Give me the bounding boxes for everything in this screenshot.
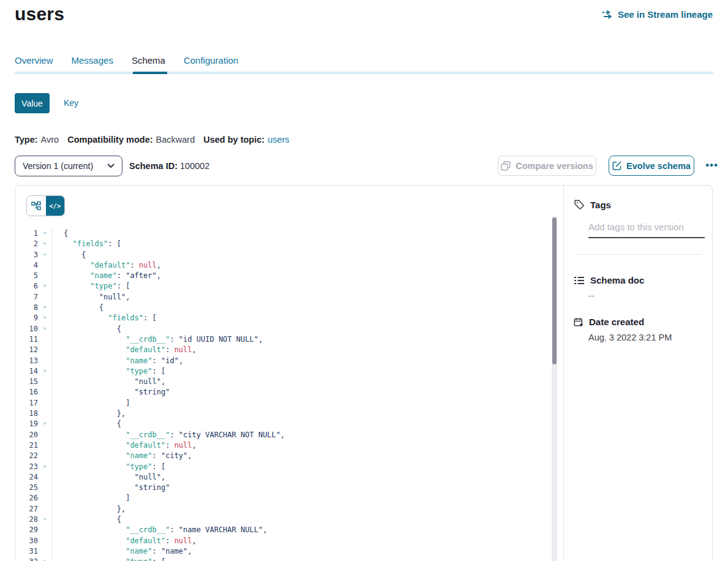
tree-view-icon <box>31 201 41 210</box>
fold-spacer <box>38 260 51 271</box>
gutter: 32▼ <box>15 557 52 561</box>
fold-toggle-icon[interactable]: ▼ <box>38 303 51 313</box>
fold-spacer <box>38 271 51 281</box>
version-select-value: Version 1 (current) <box>23 161 107 171</box>
schema-doc-value: -- <box>588 291 595 301</box>
gutter: 3▼ <box>15 250 52 260</box>
fold-spacer <box>38 440 51 451</box>
evolve-schema-label: Evolve schema <box>626 161 691 171</box>
fold-toggle-icon[interactable]: ▼ <box>38 366 51 377</box>
gutter: 25 <box>15 483 52 493</box>
line-number: 31 <box>15 546 38 557</box>
more-options-button[interactable]: ••• <box>705 156 718 175</box>
code-line-27: 27 }, <box>15 504 562 514</box>
code-line-7: 7 "null", <box>15 292 562 303</box>
line-number: 27 <box>15 504 38 514</box>
code-text: "string" <box>52 483 170 493</box>
code-text: "name": "id", <box>52 356 183 366</box>
fold-toggle-icon[interactable]: ▼ <box>38 419 51 429</box>
gutter: 2▼ <box>15 239 52 249</box>
code-text: }, <box>52 409 126 419</box>
page-title: users <box>15 4 64 24</box>
compare-versions-icon <box>501 161 511 171</box>
code-text: "fields": [ <box>52 239 121 249</box>
fold-toggle-icon[interactable]: ▼ <box>38 462 51 472</box>
code-line-19: 19▼ { <box>15 419 562 429</box>
compare-versions-button[interactable]: Compare versions <box>498 156 596 176</box>
evolve-schema-button[interactable]: Evolve schema <box>609 156 694 176</box>
fold-spacer <box>38 356 51 366</box>
gutter: 10▼ <box>15 324 52 334</box>
line-number: 3 <box>15 250 38 260</box>
gutter: 24 <box>15 472 52 483</box>
used-by-topic-link[interactable]: users <box>268 135 289 145</box>
code-text: "default": null, <box>52 345 197 355</box>
tab-overview[interactable]: Overview <box>15 55 53 66</box>
gutter: 12 <box>15 345 52 355</box>
lineage-link-label: See in Stream lineage <box>618 9 713 20</box>
line-number: 30 <box>15 536 38 546</box>
fold-toggle-icon[interactable]: ▼ <box>38 557 51 561</box>
code-text: { <box>52 303 103 313</box>
type-value: Avro <box>41 135 59 145</box>
line-number: 21 <box>15 440 38 451</box>
tab-schema[interactable]: Schema <box>132 55 165 66</box>
code-text: ] <box>52 398 130 409</box>
gutter: 18 <box>15 409 52 419</box>
gutter: 15 <box>15 377 52 387</box>
gutter: 23▼ <box>15 462 52 472</box>
tab-track <box>15 72 713 74</box>
scrollbar-thumb[interactable] <box>552 217 557 364</box>
tab-configuration[interactable]: Configuration <box>184 55 238 66</box>
code-text: { <box>52 228 68 239</box>
schema-doc-section-header: Schema doc <box>574 275 644 285</box>
line-number: 28 <box>15 514 38 525</box>
compare-versions-label: Compare versions <box>516 161 593 171</box>
line-number: 8 <box>15 303 38 313</box>
line-number: 1 <box>15 228 38 239</box>
line-number: 9 <box>15 313 38 323</box>
line-number: 25 <box>15 483 38 493</box>
fold-spacer <box>38 377 51 387</box>
line-number: 17 <box>15 398 38 409</box>
line-number: 13 <box>15 356 38 366</box>
tree-view-toggle[interactable] <box>27 196 46 216</box>
fold-toggle-icon[interactable]: ▼ <box>38 324 51 334</box>
fold-spacer <box>38 472 51 483</box>
fold-spacer <box>38 536 51 546</box>
code-line-1: 1▼{ <box>15 228 562 239</box>
code-line-20: 20 "__crdb__": "city VARCHAR NOT NULL", <box>15 430 562 440</box>
code-text: "null", <box>52 472 165 483</box>
fold-toggle-icon[interactable]: ▼ <box>38 239 51 249</box>
code-line-15: 15 "null", <box>15 377 562 387</box>
calendar-plus-icon <box>574 317 584 327</box>
key-toggle-button[interactable]: Key <box>64 98 78 108</box>
gutter: 22 <box>15 451 52 461</box>
fold-toggle-icon[interactable]: ▼ <box>38 228 51 239</box>
sidebar-divider <box>576 254 702 255</box>
tags-section-header: Tags <box>574 199 611 210</box>
editor-scrollbar[interactable] <box>552 216 557 561</box>
line-number: 14 <box>15 366 38 377</box>
see-in-stream-lineage-link[interactable]: See in Stream lineage <box>602 9 713 20</box>
gutter: 28▼ <box>15 514 52 525</box>
add-tags-input[interactable] <box>588 220 705 238</box>
fold-toggle-icon[interactable]: ▼ <box>38 514 51 525</box>
code-text: }, <box>52 504 126 514</box>
fold-spacer <box>38 292 51 303</box>
gutter: 16 <box>15 387 52 397</box>
date-created-title: Date created <box>589 317 644 327</box>
code-text: "type": [ <box>52 366 165 377</box>
fold-toggle-icon[interactable]: ▼ <box>38 281 51 292</box>
fold-spacer <box>38 483 51 493</box>
code-view-toggle[interactable]: </> <box>46 196 65 216</box>
value-toggle-button[interactable]: Value <box>15 93 50 113</box>
tab-messages[interactable]: Messages <box>72 55 113 66</box>
chevron-down-icon <box>107 164 114 168</box>
code-text: "name": "city", <box>52 451 192 461</box>
line-number: 20 <box>15 430 38 440</box>
code-text: { <box>52 514 121 525</box>
fold-toggle-icon[interactable]: ▼ <box>38 250 51 260</box>
version-select[interactable]: Version 1 (current) <box>15 156 122 176</box>
fold-toggle-icon[interactable]: ▼ <box>38 313 51 323</box>
